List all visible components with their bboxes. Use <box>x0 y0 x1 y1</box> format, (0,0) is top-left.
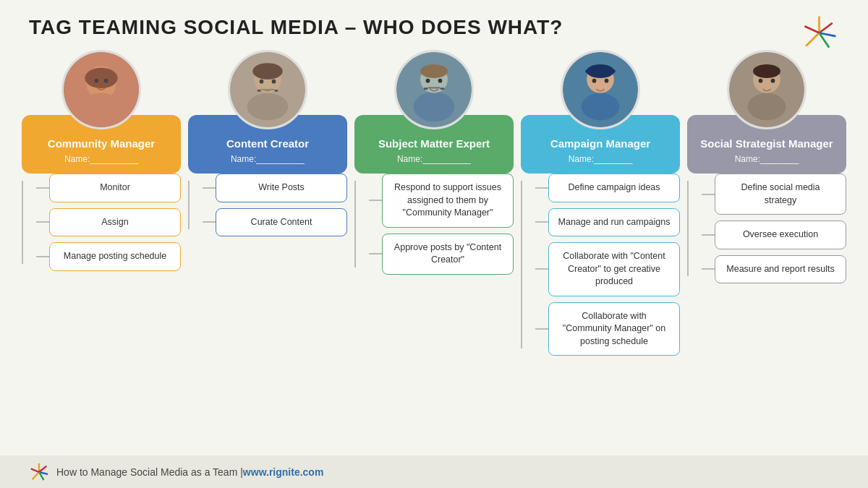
tasks-social-strategist: Define social media strategy Oversee exe… <box>687 174 846 283</box>
page-title: TAG TEAMING SOCIAL MEDIA – WHO DOES WHAT… <box>0 0 868 46</box>
svg-point-18 <box>272 80 276 84</box>
task-row: Curate Content <box>203 208 347 237</box>
svg-point-32 <box>582 93 620 121</box>
footer: How to Manage Social Media as a Team | w… <box>0 455 868 488</box>
svg-rect-19 <box>258 90 261 92</box>
name-line-community-manager: Name:__________ <box>29 154 174 166</box>
task-row: Define campaign ideas <box>535 174 680 202</box>
task-row: Approve posts by "Content Creator" <box>369 234 514 275</box>
task-manage-run-campaigns: Manage and run campaigns <box>548 208 680 237</box>
connector <box>535 221 548 223</box>
task-assign: Assign <box>49 208 181 237</box>
svg-rect-21 <box>261 89 275 90</box>
svg-line-49 <box>31 468 39 472</box>
task-define-strategy: Define social media strategy <box>715 174 846 215</box>
svg-rect-29 <box>441 87 445 90</box>
task-respond-support: Respond to support issues assigned to th… <box>382 174 514 228</box>
svg-point-26 <box>426 79 430 83</box>
svg-point-11 <box>95 79 99 83</box>
connector <box>702 268 715 270</box>
vline-2 <box>188 181 190 229</box>
footer-text: How to Manage Social Media as a Team | <box>56 466 243 478</box>
role-title-community-manager: Community Manager <box>48 137 155 150</box>
task-approve-posts: Approve posts by "Content Creator" <box>382 234 514 275</box>
role-title-social-strategist: Social Strategist Manager <box>700 137 833 150</box>
main-columns: Community Manager Name:__________ Monito… <box>0 50 868 356</box>
svg-point-37 <box>585 67 616 75</box>
svg-point-10 <box>85 68 117 88</box>
svg-point-17 <box>260 80 264 84</box>
role-title-campaign-manager: Campaign Manager <box>550 137 650 150</box>
svg-line-45 <box>39 466 46 471</box>
task-collaborate-content-creator: Collaborate with "Content Creator" to ge… <box>548 242 680 296</box>
connector <box>535 187 548 189</box>
vline-3 <box>354 181 356 267</box>
connector <box>702 234 715 236</box>
connector <box>203 187 216 189</box>
connector <box>535 268 548 270</box>
svg-point-25 <box>420 64 448 78</box>
svg-line-5 <box>804 26 819 33</box>
connector <box>535 328 548 330</box>
svg-point-8 <box>81 93 122 121</box>
footer-logo-icon <box>29 462 49 482</box>
name-line-social-strategist: Name:________ <box>694 154 839 166</box>
svg-line-4 <box>806 33 819 46</box>
task-row: Write Posts <box>203 174 347 202</box>
svg-rect-20 <box>274 90 278 92</box>
svg-point-42 <box>759 79 763 83</box>
task-define-campaign: Define campaign ideas <box>548 174 680 202</box>
task-collaborate-community-manager: Collaborate with "Community Manager" on … <box>548 302 680 356</box>
svg-rect-28 <box>424 87 428 90</box>
footer-link[interactable]: www.rignite.com <box>243 466 324 478</box>
task-row: Oversee execution <box>702 221 846 249</box>
task-row: Collaborate with "Content Creator" to ge… <box>535 242 680 296</box>
task-measure-report: Measure and report results <box>715 255 846 284</box>
svg-point-14 <box>247 93 289 121</box>
tasks-content-creator: Write Posts Curate Content <box>188 174 347 236</box>
brand-logo-icon <box>799 13 839 53</box>
task-row: Manage posting schedule <box>36 242 181 271</box>
connector <box>203 221 216 223</box>
avatar-content-creator <box>228 50 307 129</box>
role-title-subject-matter-expert: Subject Matter Expert <box>378 137 490 150</box>
vline-5 <box>687 181 689 276</box>
task-row: Collaborate with "Community Manager" on … <box>535 302 680 356</box>
name-line-content-creator: Name:__________ <box>195 154 340 166</box>
task-monitor: Monitor <box>49 174 181 202</box>
svg-rect-30 <box>427 87 440 88</box>
connector <box>36 256 49 257</box>
column-campaign-manager: Campaign Manager Name:________ Define ca… <box>521 50 680 356</box>
task-oversee-execution: Oversee execution <box>715 221 846 249</box>
svg-point-16 <box>252 63 283 80</box>
svg-line-48 <box>33 472 39 479</box>
tasks-subject-matter-expert: Respond to support issues assigned to th… <box>354 174 514 275</box>
avatar-subject-matter-expert <box>394 50 474 129</box>
svg-point-27 <box>438 79 443 83</box>
task-row: Measure and report results <box>702 255 846 284</box>
task-curate-content: Curate Content <box>216 208 347 237</box>
vline-4 <box>521 181 522 348</box>
connector <box>369 253 382 254</box>
svg-point-43 <box>771 79 775 83</box>
connector <box>369 200 382 201</box>
task-row: Monitor <box>36 174 181 202</box>
task-row: Assign <box>36 208 181 237</box>
svg-point-36 <box>605 79 609 83</box>
task-write-posts: Write Posts <box>216 174 347 202</box>
column-social-strategist: Social Strategist Manager Name:________ … <box>687 50 846 283</box>
name-line-campaign-manager: Name:________ <box>528 154 673 166</box>
task-row: Manage and run campaigns <box>535 208 680 237</box>
avatar-community-manager <box>61 50 141 129</box>
connector <box>702 194 715 195</box>
svg-point-41 <box>753 64 780 78</box>
column-community-manager: Community Manager Name:__________ Monito… <box>22 50 181 271</box>
column-content-creator: Content Creator Name:__________ Write Po… <box>188 50 347 236</box>
avatar-social-strategist <box>727 50 807 129</box>
vline-1 <box>22 181 23 264</box>
avatar-campaign-manager <box>561 50 640 129</box>
task-posting-schedule: Manage posting schedule <box>49 242 181 271</box>
svg-line-1 <box>820 23 833 33</box>
svg-point-23 <box>414 92 455 122</box>
role-title-content-creator: Content Creator <box>226 137 309 150</box>
